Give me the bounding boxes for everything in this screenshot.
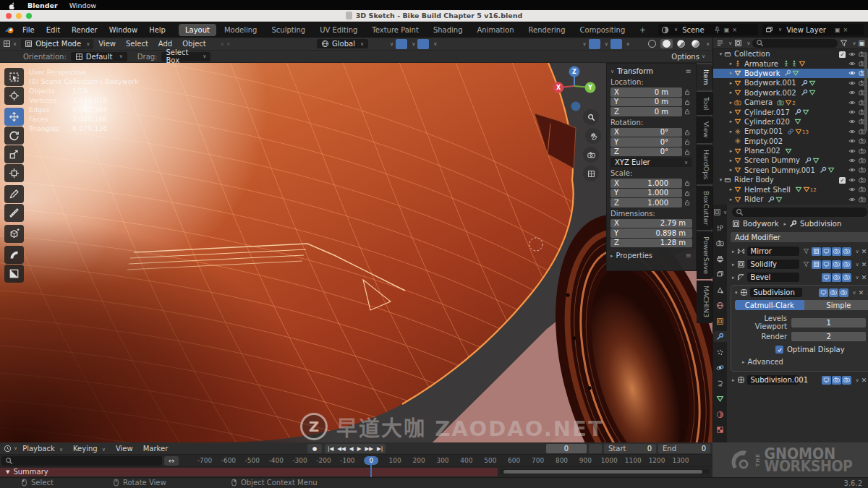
transport-play[interactable]: ▶ <box>357 445 362 452</box>
traffic-lights[interactable] <box>6 13 36 19</box>
zoom-view-button[interactable] <box>583 109 599 125</box>
field-y[interactable]: Y0.898 m <box>610 228 692 238</box>
properties-tab-modifiers[interactable] <box>713 331 727 342</box>
timeline-scrollbar[interactable] <box>501 469 710 474</box>
modifier-display-toggle[interactable] <box>832 247 841 256</box>
properties-tab-physics[interactable] <box>713 362 727 373</box>
funnel-toggle-icon[interactable] <box>803 261 809 267</box>
modifier-display-toggle[interactable] <box>822 260 831 269</box>
expand-channels-icon[interactable]: ↔ <box>164 456 179 466</box>
tool-move[interactable] <box>4 108 24 126</box>
pivot-point-icon[interactable] <box>374 39 386 49</box>
dopesheet-search-input[interactable] <box>1 456 162 466</box>
disclosure-icon[interactable]: ▸ <box>728 61 734 67</box>
render-visibility-icon[interactable] <box>859 166 866 174</box>
playhead-line[interactable] <box>370 465 372 477</box>
eye-visibility-icon[interactable] <box>848 89 856 96</box>
tool-measure[interactable] <box>4 204 24 222</box>
modifier-display-toggle[interactable] <box>822 376 831 385</box>
auto-keying-icon[interactable] <box>589 444 602 453</box>
scene-selector[interactable]: ∨ Scene ▣ × <box>658 24 758 35</box>
disclosure-icon[interactable]: ▸ <box>728 90 734 95</box>
timeline-menu-marker[interactable]: Marker <box>138 443 174 454</box>
eye-visibility-icon[interactable] <box>848 166 856 174</box>
eye-visibility-icon[interactable] <box>848 60 856 67</box>
properties-tab-output[interactable] <box>713 254 727 265</box>
topbar-menu-file[interactable]: File <box>17 24 41 36</box>
npanel-tab-hardops[interactable]: HardOps <box>697 145 712 184</box>
frame-end-field[interactable]: End0 <box>658 444 710 453</box>
properties-search-input[interactable]: ∨ <box>732 207 867 217</box>
outliner-row-plane-002[interactable]: ▸Plane.002 <box>713 146 868 155</box>
current-frame-field[interactable]: 0 <box>546 444 587 453</box>
falloff-curve-icon[interactable] <box>453 39 464 49</box>
properties-tab-material[interactable] <box>713 409 727 420</box>
subdivision-type-segmented[interactable]: Catmull-ClarkSimple <box>735 300 868 310</box>
snap-magnet-icon[interactable] <box>396 39 407 49</box>
npanel-tab-view[interactable]: View <box>697 116 712 143</box>
properties-tab-world[interactable] <box>713 300 727 311</box>
properties-subpanel[interactable]: ▸ Properties ≡ <box>610 252 692 260</box>
summary-channel[interactable]: ▼Summary <box>0 468 498 476</box>
outliner-row-rider[interactable]: ▸Rider <box>713 194 868 204</box>
pan-view-button[interactable] <box>585 128 601 144</box>
eye-visibility-icon[interactable] <box>848 137 856 145</box>
collection-checkbox[interactable]: ✓ <box>839 50 846 58</box>
navigation-gizmo[interactable]: Z X Y <box>548 64 600 114</box>
proportional-editing-icon[interactable] <box>439 39 451 49</box>
record-button[interactable]: ● <box>307 444 322 453</box>
transport-jump-start[interactable]: |◀ <box>328 445 333 452</box>
eye-visibility-icon[interactable] <box>848 118 856 125</box>
playhead[interactable]: 0 <box>364 456 378 465</box>
tool-cursor[interactable] <box>4 87 24 105</box>
tool-add-cube[interactable] <box>4 225 24 243</box>
modifier-remove-icon[interactable]: ✕ <box>861 261 867 268</box>
timeline-menu-playback[interactable]: Playback ∨ <box>17 443 68 454</box>
outliner-row-cylinder-020[interactable]: ▸Cylinder.020 <box>713 117 868 127</box>
render-levels-field[interactable]: 2 <box>791 332 866 341</box>
disclosure-icon[interactable]: ▸ <box>728 167 734 173</box>
eye-visibility-icon[interactable] <box>848 186 856 193</box>
eye-visibility-icon[interactable] <box>848 128 856 135</box>
new-scene-icon[interactable]: ▣ <box>724 27 730 33</box>
tab-uv-editing[interactable]: UV Editing <box>313 24 364 36</box>
frame-start-field[interactable]: Start0 <box>604 444 656 453</box>
topbar-menu-render[interactable]: Render <box>66 24 103 36</box>
minimize-window-button[interactable] <box>16 13 22 19</box>
modifier-row-subdivision-001[interactable]: ▸Subdivision.001∨✕ <box>731 374 868 385</box>
eye-visibility-icon[interactable] <box>848 51 856 58</box>
shading-wireframe[interactable] <box>646 39 658 48</box>
modifier-display-toggle[interactable] <box>842 260 851 269</box>
orientation-setting-dropdown[interactable]: Default∨ <box>71 52 127 61</box>
eye-visibility-icon[interactable] <box>848 69 856 77</box>
modifier-row-subdivision[interactable]: ▾Subdivision∨✕ <box>733 287 868 298</box>
view-layer-selector[interactable]: ∨ View Layer ▣ × <box>762 24 864 35</box>
field-y[interactable]: Y1.000 <box>610 189 682 198</box>
outliner-row-cylinder-017[interactable]: ▸Cylinder.017 <box>713 107 868 116</box>
transform-orientation[interactable]: Global∨ <box>317 39 368 48</box>
close-window-button[interactable] <box>6 13 12 19</box>
lock-icon[interactable] <box>682 88 692 95</box>
tab-shading[interactable]: Shading <box>427 24 469 36</box>
shading-solid[interactable] <box>660 39 673 48</box>
topbar-menu-help[interactable]: Help <box>143 24 171 36</box>
lock-icon[interactable] <box>682 98 692 106</box>
modifier-display-toggle[interactable] <box>832 260 841 269</box>
modifier-name-field[interactable]: Solidify <box>747 260 799 269</box>
transport-next-keyframe[interactable]: ▶▶ <box>365 445 373 452</box>
zoom-window-button[interactable] <box>26 13 32 19</box>
options-dropdown[interactable]: Options∨ <box>671 53 705 61</box>
outliner-row-camera[interactable]: ▸Camera2 <box>713 98 868 107</box>
field-z[interactable]: Z1.28 m <box>610 239 692 248</box>
lock-icon[interactable] <box>682 189 692 197</box>
snap-target-icon[interactable] <box>417 39 429 49</box>
timeline-editor-icon[interactable] <box>4 445 12 453</box>
field-y[interactable]: Y0 m <box>610 98 682 107</box>
field-x[interactable]: X1.000 <box>610 179 682 188</box>
npanel-tab-powersave[interactable]: PowerSave <box>697 231 712 279</box>
ortho-toggle-button[interactable] <box>583 166 599 181</box>
npanel-tab-boxcutter[interactable]: BoxCutter <box>697 186 712 231</box>
properties-tab-constraints[interactable] <box>713 378 727 389</box>
eye-visibility-icon[interactable] <box>848 157 856 164</box>
disclosure-icon[interactable]: ▸ <box>728 70 734 76</box>
